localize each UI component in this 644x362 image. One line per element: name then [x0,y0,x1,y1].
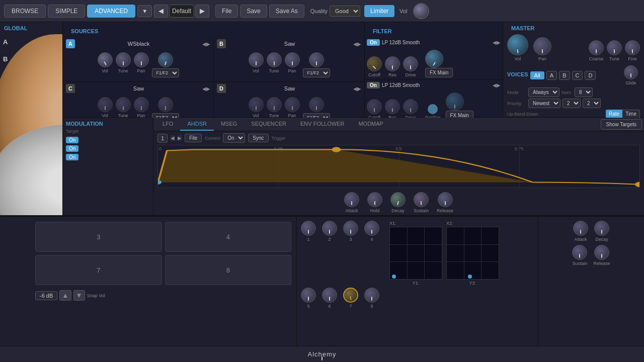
br-release[interactable] [594,245,609,260]
source-c-arrows[interactable]: ◀▶ [202,86,210,92]
tab-sequencer[interactable]: SEQUENCER [244,118,293,131]
source-c-vol[interactable] [98,97,113,112]
vol-knob[interactable] [413,3,429,19]
filter-res-2-knob[interactable] [385,99,400,114]
voices-b-btn[interactable]: B [559,71,570,80]
env-decay[interactable] [390,192,406,207]
source-d-vol[interactable] [249,97,264,112]
source-a-f1f2-select[interactable]: F1/F2 [152,68,179,77]
pad-8[interactable]: 8 [165,255,292,285]
source-d-pan[interactable] [285,97,300,112]
env-hold[interactable] [367,192,382,207]
voices-c-btn[interactable]: C [572,71,583,80]
bend-val1-select[interactable]: 2 [562,99,581,108]
source-c-f1f2[interactable] [158,97,173,112]
knob-4[interactable] [364,221,379,236]
tab-env-follower[interactable]: ENV FOLLOWER [293,118,351,131]
env-prev-btn[interactable]: ◀ [171,135,175,141]
source-a-arrows[interactable]: ◀▶ [202,41,210,47]
source-a-f1f2[interactable] [158,52,173,67]
master-coarse[interactable] [589,40,604,55]
snap-vol-up-btn[interactable]: ▲ [59,290,71,301]
voices-d-btn[interactable]: D [585,71,596,80]
env-release[interactable] [438,192,453,207]
file-button[interactable]: File [215,5,238,18]
tab-ahdsr[interactable]: AHDSR [180,118,214,131]
br-sustain[interactable] [572,245,587,260]
glide-knob[interactable] [624,65,638,79]
tab-mseg[interactable]: MSEG [214,118,244,131]
filter-1-fx-main-btn[interactable]: FX Main [425,68,453,77]
master-vol[interactable] [507,34,528,55]
voice-row-d[interactable]: D [0,84,62,102]
show-targets-button[interactable]: Show Targets [601,119,642,130]
source-b-vol[interactable] [249,52,264,67]
snap-vol-down-btn[interactable]: ▼ [73,290,85,301]
source-d-f1f2[interactable] [309,97,324,112]
voice-row-a[interactable]: A [0,33,62,50]
master-pan[interactable] [533,37,551,55]
env-display[interactable]: 0 0.25 0.5 0.75 [157,145,640,188]
mode-select[interactable]: Always [528,87,559,97]
filter-drive-1-knob[interactable] [403,56,418,71]
bend-val2-select[interactable]: 2 [583,99,601,108]
knob-8[interactable] [364,288,379,303]
voice-row-c[interactable]: C [0,67,62,84]
filter-1-fx-knob[interactable] [425,50,443,68]
priority-select[interactable]: Newest [528,99,560,108]
source-b-f1f2-select[interactable]: F1/F2 [303,68,330,77]
env-attack[interactable] [344,192,359,207]
rate-btn[interactable]: Rate [606,110,622,118]
knob-6[interactable] [322,288,337,303]
limiter-button[interactable]: Limiter [364,5,394,17]
advanced-button[interactable]: ADVANCED [87,5,135,18]
pad-4[interactable]: 4 [165,222,292,252]
source-b-tune[interactable] [267,52,282,67]
mod-on-3[interactable]: On [66,154,78,160]
mod-on-1[interactable]: On [66,137,78,143]
num-select[interactable]: 8 [575,87,593,97]
pad-7[interactable]: 7 [35,255,162,285]
env-sync-btn[interactable]: Sync [248,134,268,142]
master-tune[interactable] [607,40,622,55]
filter-1-arrows[interactable]: ◀▶ [493,40,501,45]
source-d-arrows[interactable]: ◀▶ [353,86,361,92]
xy-x2-pad[interactable] [446,227,499,280]
voices-a-btn[interactable]: A [546,71,557,80]
pad-3[interactable]: 3 [35,222,162,252]
dropdown-arrow-button[interactable]: ▼ [137,5,152,17]
filter-drive-2-knob[interactable] [403,99,418,114]
filter-res-1-knob[interactable] [385,56,400,71]
save-button[interactable]: Save [240,5,267,18]
env-on-select[interactable]: On [223,133,245,143]
xy-x1-pad[interactable] [389,227,442,280]
time-btn[interactable]: Time [622,110,640,118]
knob-5[interactable] [301,288,316,303]
source-c-pan[interactable] [134,97,149,112]
par-ser-knob[interactable] [428,104,438,114]
source-c-tune[interactable] [116,97,131,112]
knob-2[interactable] [322,221,337,236]
filter-2-on[interactable]: On [367,82,380,88]
filter-2-arrows[interactable]: ◀▶ [493,82,501,88]
next-preset-button[interactable]: ▶ [195,5,209,18]
knob-7[interactable] [343,288,358,303]
env-file-btn[interactable]: File [185,134,202,142]
filter-1-on[interactable]: On [367,39,380,46]
source-a-pan[interactable] [134,52,149,67]
voice-row-b[interactable]: B [0,50,62,67]
tab-lfo[interactable]: LFO [155,118,180,131]
master-fine[interactable] [625,40,640,55]
filter-2-fx-knob[interactable] [446,93,464,111]
source-b-pan[interactable] [285,52,300,67]
knob-1[interactable] [301,221,316,236]
browse-button[interactable]: BROWSE [4,5,46,18]
source-a-vol[interactable] [98,52,113,67]
knob-3[interactable] [343,221,358,236]
mod-on-2[interactable]: On [66,145,78,152]
source-a-tune[interactable] [116,52,131,67]
source-b-f1f2[interactable] [309,52,324,67]
br-decay[interactable] [594,221,609,236]
tab-modmap[interactable]: MODMAP [351,118,390,131]
filter-cutoff-2-knob[interactable] [367,99,382,114]
